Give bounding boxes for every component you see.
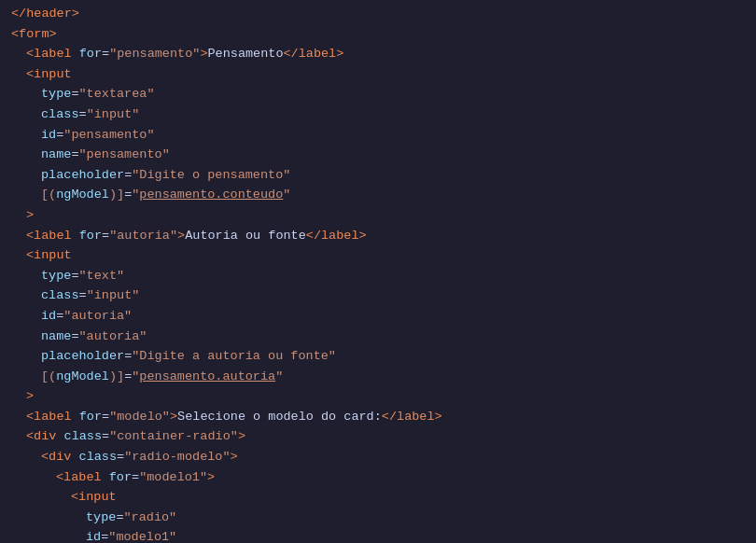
code-line: <form> bbox=[0, 24, 756, 45]
code-line: placeholder="Digite o pensamento" bbox=[0, 165, 756, 186]
code-line: type="radio" bbox=[0, 508, 756, 528]
code-line: <label for="modelo1"> bbox=[0, 467, 756, 488]
code-line: <input bbox=[0, 245, 756, 266]
code-editor: </header> <form> <label for="pensamento"… bbox=[0, 0, 756, 543]
code-line: > bbox=[0, 386, 756, 407]
code-line: name="pensamento" bbox=[0, 145, 756, 165]
code-line: class="input" bbox=[0, 104, 756, 125]
code-line: <input bbox=[0, 64, 756, 85]
code-line: id="modelo1" bbox=[0, 527, 756, 543]
code-line: id="pensamento" bbox=[0, 125, 756, 146]
code-line: <label for="modelo">Selecione o modelo d… bbox=[0, 407, 756, 427]
code-line: name="autoria" bbox=[0, 327, 756, 347]
code-line: <div class="radio-modelo"> bbox=[0, 447, 756, 467]
code-line: id="autoria" bbox=[0, 306, 756, 327]
code-line: [(ngModel)]="pensamento.autoria" bbox=[0, 367, 756, 387]
code-line: <input bbox=[0, 487, 756, 508]
code-line: type="textarea" bbox=[0, 84, 756, 104]
code-line: <label for="autoria">Autoria ou fonte</l… bbox=[0, 226, 756, 246]
code-line: > bbox=[0, 205, 756, 226]
code-line: </header> bbox=[0, 4, 756, 24]
code-line: <label for="pensamento">Pensamento</labe… bbox=[0, 44, 756, 64]
code-line: placeholder="Digite a autoria ou fonte" bbox=[0, 346, 756, 367]
code-line: type="text" bbox=[0, 266, 756, 286]
code-line: class="input" bbox=[0, 285, 756, 306]
code-line: [(ngModel)]="pensamento.conteudo" bbox=[0, 185, 756, 205]
code-line: <div class="container-radio"> bbox=[0, 426, 756, 447]
